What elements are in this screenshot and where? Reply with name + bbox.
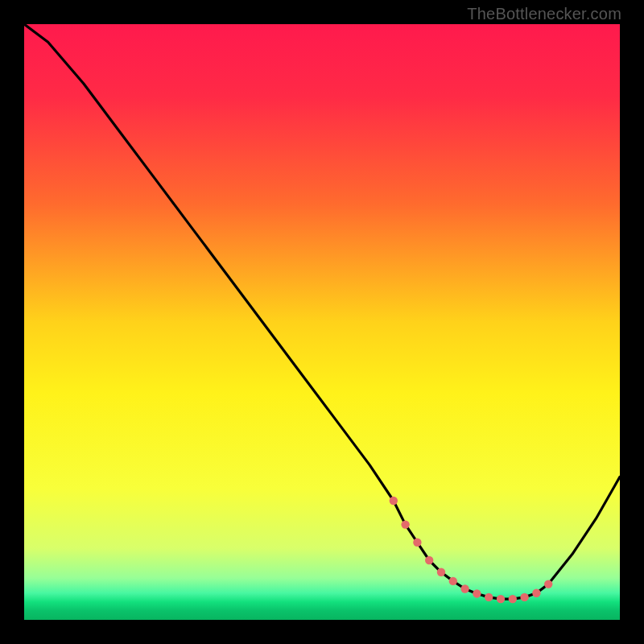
curve-marker-dot: [485, 593, 493, 601]
curve-marker-dot: [520, 593, 528, 601]
watermark-text: TheBottlenecker.com: [467, 5, 621, 23]
curve-marker-dot: [509, 595, 517, 603]
curve-marker-dot: [413, 539, 421, 547]
curve-marker-dot: [425, 556, 433, 564]
curve-layer: [24, 24, 620, 620]
plot-area: [24, 24, 620, 620]
curve-marker-dot: [437, 568, 445, 576]
curve-marker-dot: [460, 584, 469, 592]
curve-marker-dot: [497, 595, 505, 603]
plot-container: [24, 24, 620, 620]
curve-marker-dot: [401, 520, 409, 528]
curve-marker-dot: [532, 589, 540, 597]
curve-marker-dot: [473, 589, 481, 597]
curve-marker-dot: [449, 577, 457, 585]
curve-marker-dot: [390, 497, 398, 505]
curve-markers: [390, 497, 553, 604]
curve-marker-dot: [544, 580, 552, 588]
bottleneck-curve: [24, 24, 620, 599]
